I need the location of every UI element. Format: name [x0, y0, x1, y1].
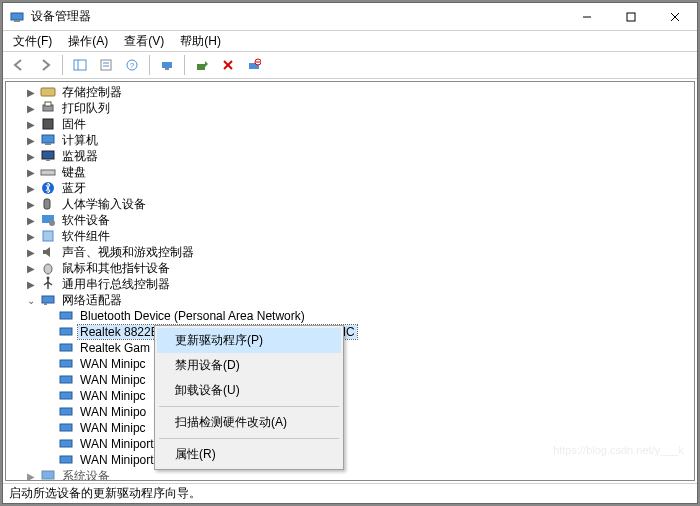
collapse-icon[interactable]: ⌄: [24, 293, 38, 307]
network-adapter-icon: [58, 452, 74, 468]
expand-icon[interactable]: ▶: [24, 213, 38, 227]
tree-item-label: 人体学输入设备: [60, 196, 148, 213]
tree-item-label: 声音、视频和游戏控制器: [60, 244, 196, 261]
tree-item-bluetooth[interactable]: ▶蓝牙: [6, 180, 694, 196]
tree-item-software-components[interactable]: ▶软件组件: [6, 228, 694, 244]
device-manager-window: 设备管理器 文件(F) 操作(A) 查看(V) 帮助(H) ? ▶存储控制器: [2, 2, 698, 504]
tree-item-firmware[interactable]: ▶固件: [6, 116, 694, 132]
scan-hardware-button[interactable]: [155, 54, 179, 76]
usb-icon: [40, 276, 56, 292]
menu-file[interactable]: 文件(F): [5, 31, 60, 52]
svg-rect-21: [41, 88, 55, 96]
svg-rect-14: [165, 68, 169, 70]
ctx-disable-device[interactable]: 禁用设备(D): [157, 353, 341, 378]
properties-button[interactable]: [94, 54, 118, 76]
menu-view[interactable]: 查看(V): [116, 31, 172, 52]
expand-icon[interactable]: ▶: [24, 245, 38, 259]
expand-icon[interactable]: ▶: [24, 197, 38, 211]
svg-rect-43: [60, 376, 72, 383]
expand-icon[interactable]: ▶: [24, 117, 38, 131]
tree-item-label: 键盘: [60, 164, 88, 181]
expand-icon[interactable]: ▶: [24, 101, 38, 115]
update-driver-button[interactable]: [190, 54, 214, 76]
component-icon: [40, 228, 56, 244]
tree-item-usb[interactable]: ▶通用串行总线控制器: [6, 276, 694, 292]
tree-item-network-adapters[interactable]: ⌄网络适配器: [6, 292, 694, 308]
forward-button[interactable]: [33, 54, 57, 76]
ctx-separator: [159, 406, 339, 407]
tree-item-label: Realtek Gam: [78, 341, 152, 355]
tree-item-bt-pan[interactable]: ▶Bluetooth Device (Personal Area Network…: [6, 308, 694, 324]
device-tree[interactable]: ▶存储控制器 ▶打印队列 ▶固件 ▶计算机 ▶监视器 ▶键盘 ▶蓝牙 ▶人体学输…: [6, 82, 694, 480]
tree-item-label: 打印队列: [60, 100, 112, 117]
tree-item-wan-miniport[interactable]: ▶WAN Minipc: [6, 356, 694, 372]
ctx-scan-hardware[interactable]: 扫描检测硬件改动(A): [157, 410, 341, 435]
ctx-properties[interactable]: 属性(R): [157, 442, 341, 467]
tree-item-label: 软件设备: [60, 212, 112, 229]
expand-icon[interactable]: ▶: [24, 181, 38, 195]
svg-rect-47: [60, 440, 72, 447]
svg-rect-3: [627, 13, 635, 21]
network-adapter-icon: [58, 372, 74, 388]
toolbar-separator: [149, 55, 150, 75]
ctx-update-driver[interactable]: 更新驱动程序(P): [157, 328, 341, 353]
tree-item-wan-miniport[interactable]: ▶WAN Minipo: [6, 404, 694, 420]
disable-device-button[interactable]: [242, 54, 266, 76]
tree-item-storage[interactable]: ▶存储控制器: [6, 84, 694, 100]
minimize-button[interactable]: [565, 3, 609, 30]
tree-item-monitors[interactable]: ▶监视器: [6, 148, 694, 164]
svg-rect-6: [74, 60, 86, 70]
tree-item-wan-miniport[interactable]: ▶WAN Minipc: [6, 420, 694, 436]
close-button[interactable]: [653, 3, 697, 30]
expand-icon[interactable]: ▶: [24, 469, 38, 480]
context-menu: 更新驱动程序(P) 禁用设备(D) 卸载设备(U) 扫描检测硬件改动(A) 属性…: [154, 325, 344, 470]
maximize-button[interactable]: [609, 3, 653, 30]
expand-icon[interactable]: ▶: [24, 133, 38, 147]
tree-item-label: WAN Minipc: [78, 373, 148, 387]
expand-icon[interactable]: ▶: [24, 277, 38, 291]
svg-point-35: [44, 264, 52, 274]
svg-rect-40: [60, 328, 72, 335]
tree-item-wan-miniport[interactable]: ▶WAN Minipc: [6, 388, 694, 404]
tree-item-label: Bluetooth Device (Personal Area Network): [78, 309, 307, 323]
tree-item-hid[interactable]: ▶人体学输入设备: [6, 196, 694, 212]
ctx-separator: [159, 438, 339, 439]
svg-rect-25: [42, 135, 54, 143]
toolbar: ?: [3, 51, 697, 79]
tree-item-print-queues[interactable]: ▶打印队列: [6, 100, 694, 116]
back-button[interactable]: [7, 54, 31, 76]
tree-item-realtek-gaming[interactable]: ▶Realtek Gam: [6, 340, 694, 356]
tree-item-system-devices[interactable]: ▶系统设备: [6, 468, 694, 480]
menu-action[interactable]: 操作(A): [60, 31, 116, 52]
network-adapter-icon: [58, 420, 74, 436]
tree-item-computer[interactable]: ▶计算机: [6, 132, 694, 148]
ctx-uninstall-device[interactable]: 卸载设备(U): [157, 378, 341, 403]
tree-item-sound[interactable]: ▶声音、视频和游戏控制器: [6, 244, 694, 260]
show-hide-tree-button[interactable]: [68, 54, 92, 76]
expand-icon[interactable]: ▶: [24, 85, 38, 99]
menu-help[interactable]: 帮助(H): [172, 31, 229, 52]
app-icon: [9, 9, 25, 25]
system-icon: [40, 468, 56, 480]
status-bar: 启动所选设备的更新驱动程序向导。: [3, 483, 697, 503]
expand-icon[interactable]: ▶: [24, 149, 38, 163]
svg-rect-24: [43, 119, 53, 129]
help-button[interactable]: ?: [120, 54, 144, 76]
tree-item-mice[interactable]: ▶鼠标和其他指针设备: [6, 260, 694, 276]
uninstall-device-button[interactable]: [216, 54, 240, 76]
tree-item-realtek-8822be[interactable]: ▶Realtek 8822BE Wireless LAN 802.11ac PC…: [6, 324, 694, 340]
svg-rect-13: [162, 62, 172, 68]
expand-icon[interactable]: ▶: [24, 261, 38, 275]
monitor-icon: [40, 148, 56, 164]
tree-item-software-devices[interactable]: ▶软件设备: [6, 212, 694, 228]
expand-icon[interactable]: ▶: [24, 229, 38, 243]
expand-icon[interactable]: ▶: [24, 165, 38, 179]
svg-rect-27: [42, 151, 54, 159]
tree-item-label: WAN Minipc: [78, 357, 148, 371]
tree-item-wan-miniport[interactable]: ▶WAN Minipc: [6, 372, 694, 388]
tree-item-keyboards[interactable]: ▶键盘: [6, 164, 694, 180]
svg-rect-39: [60, 312, 72, 319]
tree-item-wan-miniport-sstp[interactable]: ▶WAN Miniport (SSTP): [6, 452, 694, 468]
tree-item-wan-miniport-pptp[interactable]: ▶WAN Miniport (PPTP): [6, 436, 694, 452]
svg-point-33: [49, 220, 55, 226]
